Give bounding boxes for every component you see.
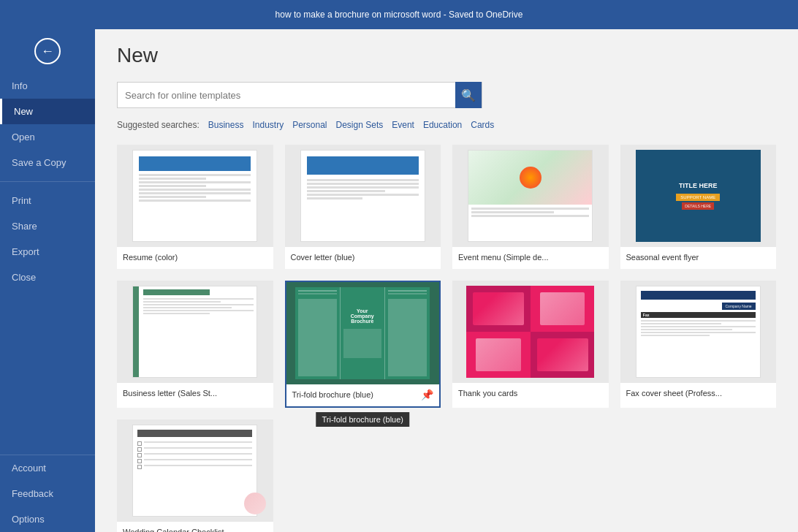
- template-thumb: [117, 419, 273, 522]
- suggested-searches: Suggested searches: Business Industry Pe…: [117, 120, 776, 130]
- search-icon: 🔍: [461, 88, 476, 102]
- template-label: Cover letter (blue): [285, 247, 441, 269]
- template-event-menu[interactable]: Event menu (Simple de...: [452, 145, 609, 269]
- template-label: Fax cover sheet (Profess...: [620, 383, 777, 405]
- sidebar-item-options[interactable]: Options: [0, 506, 95, 532]
- main-layout: ← Info New Open Save a Copy Print Share …: [0, 29, 798, 532]
- wedding-thumb: [132, 425, 257, 517]
- template-wedding-calendar[interactable]: Wedding Calendar Checklist: [117, 419, 273, 532]
- sidebar-item-open[interactable]: Open: [0, 124, 95, 150]
- pin-icon: 📌: [421, 389, 433, 400]
- templates-grid: Resume (color) Cover letter (blue): [117, 145, 776, 532]
- sidebar-item-label: Export: [12, 246, 39, 257]
- sidebar-item-share[interactable]: Share: [0, 213, 95, 239]
- sidebar-item-label: Options: [12, 514, 45, 525]
- sidebar-item-label: Print: [12, 195, 31, 206]
- sidebar-item-label: Share: [12, 221, 37, 232]
- template-thumb: [452, 145, 609, 247]
- sidebar-item-export[interactable]: Export: [0, 239, 95, 265]
- sidebar-bottom: Account Feedback Options: [0, 455, 95, 532]
- content-area: New 🔍 Suggested searches: Business Indus…: [95, 29, 798, 532]
- template-business-letter[interactable]: Business letter (Sales St...: [117, 281, 273, 408]
- event-thumb: [468, 150, 593, 242]
- template-thumb: YourCompanyBrochure: [286, 282, 440, 384]
- resume-thumb: [132, 150, 257, 242]
- template-seasonal-flyer[interactable]: TITLE HERE SUPPORT NAME DETAILS HERE Sea…: [620, 145, 777, 269]
- sidebar-item-save-copy[interactable]: Save a Copy: [0, 150, 95, 175]
- sidebar-item-info[interactable]: Info: [0, 73, 95, 99]
- sidebar-divider: [0, 181, 95, 182]
- template-fax-cover[interactable]: Company Name Fax Fax cover sheet (Profes…: [620, 281, 777, 408]
- fax-thumb: Company Name Fax: [636, 286, 761, 378]
- template-thumb: [452, 281, 609, 383]
- search-container: 🔍: [117, 82, 482, 108]
- business-thumb: [132, 286, 257, 378]
- template-label: Tri-fold brochure (blue): [286, 384, 440, 406]
- template-thumb: [117, 281, 273, 383]
- template-thumb: TITLE HERE SUPPORT NAME DETAILS HERE: [620, 145, 777, 247]
- template-label: Wedding Calendar Checklist: [117, 522, 273, 532]
- search-row: 🔍: [117, 82, 776, 108]
- template-trifold-brochure[interactable]: YourCompanyBrochure Tri-fold brochure (b…: [285, 281, 441, 408]
- sidebar-item-label: Save a Copy: [12, 157, 66, 168]
- template-thumb: [117, 145, 273, 247]
- search-button[interactable]: 🔍: [455, 82, 482, 108]
- template-label: Seasonal event flyer: [620, 247, 777, 269]
- template-label: Event menu (Simple de...: [452, 247, 609, 269]
- back-circle-icon: ←: [34, 38, 61, 64]
- sidebar-item-close[interactable]: Close: [0, 265, 95, 290]
- sidebar-item-label: Feedback: [12, 488, 53, 499]
- suggested-education[interactable]: Education: [423, 120, 462, 130]
- back-button[interactable]: ←: [0, 29, 95, 73]
- suggested-personal[interactable]: Personal: [292, 120, 327, 130]
- template-label: Resume (color): [117, 247, 273, 269]
- sidebar-item-label: Open: [12, 132, 35, 142]
- sidebar-item-label: Close: [12, 272, 36, 283]
- cover-thumb: [300, 150, 425, 242]
- template-cover-letter[interactable]: Cover letter (blue): [285, 145, 441, 269]
- tooltip: Tri-fold brochure (blue): [316, 412, 409, 427]
- sidebar-item-print[interactable]: Print: [0, 188, 95, 213]
- sidebar-item-label: Info: [12, 80, 28, 91]
- suggested-industry[interactable]: Industry: [252, 120, 284, 130]
- sidebar-item-account[interactable]: Account: [0, 455, 95, 481]
- suggested-design-sets[interactable]: Design Sets: [336, 120, 384, 130]
- sidebar-item-label: New: [14, 106, 33, 117]
- suggested-event[interactable]: Event: [392, 120, 414, 130]
- template-thumb: Company Name Fax: [620, 281, 777, 383]
- page-title: New: [117, 44, 776, 67]
- thankyou-thumb: [466, 286, 594, 378]
- sidebar: ← Info New Open Save a Copy Print Share …: [0, 29, 95, 532]
- suggested-cards[interactable]: Cards: [471, 120, 494, 130]
- sidebar-item-new[interactable]: New: [0, 99, 95, 124]
- template-thumb: [285, 145, 441, 247]
- title-bar: how to make a brochure on microsoft word…: [0, 0, 798, 29]
- title-bar-text: how to make a brochure on microsoft word…: [276, 10, 523, 20]
- template-label: Thank you cards: [452, 383, 609, 405]
- suggested-label: Suggested searches:: [117, 120, 200, 130]
- template-label: Business letter (Sales St...: [117, 383, 273, 405]
- sidebar-item-label: Account: [12, 463, 46, 474]
- sidebar-item-feedback[interactable]: Feedback: [0, 481, 95, 506]
- template-resume-color[interactable]: Resume (color): [117, 145, 273, 269]
- suggested-business[interactable]: Business: [208, 120, 244, 130]
- seasonal-thumb: TITLE HERE SUPPORT NAME DETAILS HERE: [636, 150, 761, 242]
- search-input[interactable]: [118, 90, 455, 101]
- template-thank-you-cards[interactable]: Thank you cards: [452, 281, 609, 408]
